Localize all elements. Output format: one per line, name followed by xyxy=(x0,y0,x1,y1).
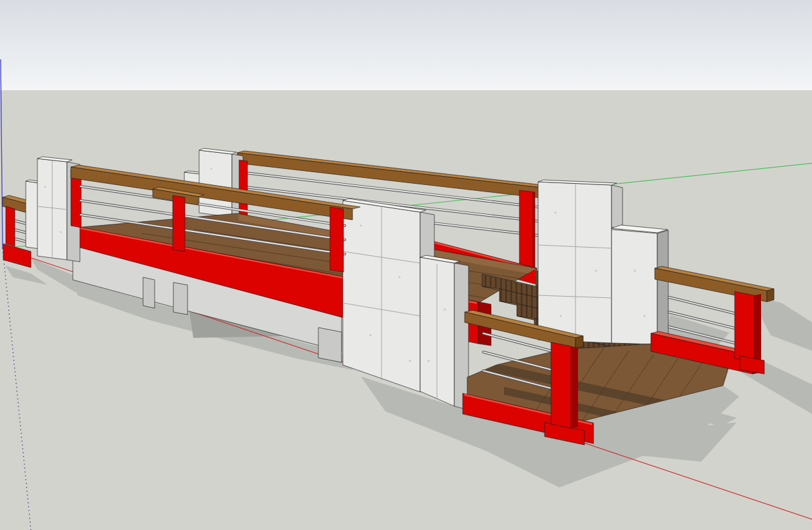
post xyxy=(6,206,15,246)
end-post xyxy=(735,291,754,362)
pillar-post xyxy=(330,207,343,272)
support-pier xyxy=(143,277,155,308)
stair-post xyxy=(551,342,571,428)
sky xyxy=(0,0,812,90)
far-post xyxy=(239,160,247,217)
mid-post xyxy=(173,195,185,251)
modeling-viewport[interactable] xyxy=(0,0,812,530)
support-pier xyxy=(318,328,342,362)
support-pier xyxy=(173,282,188,315)
